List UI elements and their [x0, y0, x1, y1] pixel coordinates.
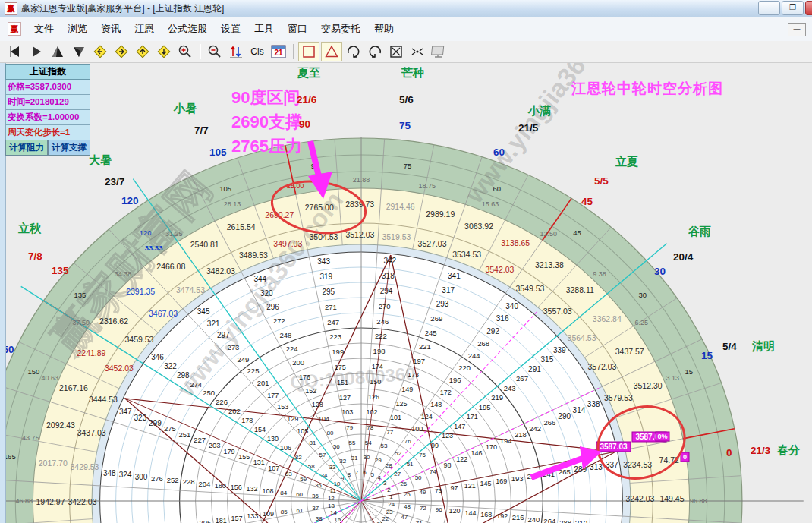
- calendar-21-icon[interactable]: 21: [269, 43, 288, 61]
- calc-support-button[interactable]: 计算支撑: [48, 140, 90, 156]
- wheel-number: 271: [325, 303, 337, 311]
- toolbar-separator: [200, 44, 200, 59]
- zoom-in-icon[interactable]: [175, 43, 195, 61]
- wheel-number: 76: [404, 438, 411, 445]
- annotation-line: 90度区间: [231, 88, 300, 107]
- wheel-number: 22: [382, 515, 389, 522]
- wheel-number: 3: [383, 480, 387, 487]
- close-button[interactable]: [805, 1, 812, 15]
- wheel-number: 56: [333, 443, 340, 450]
- menu-item-7[interactable]: 窗口: [281, 19, 314, 39]
- wheel-number: 293: [436, 300, 449, 308]
- wheel-number: 201: [257, 379, 269, 387]
- wheel-number: 218: [515, 430, 527, 439]
- wheel-number: 272: [273, 317, 285, 325]
- menu-item-1[interactable]: 浏览: [61, 19, 94, 39]
- cls-icon[interactable]: Cls: [247, 43, 267, 61]
- wheel-number: 23: [386, 509, 393, 515]
- wheel-number: 50: [415, 474, 422, 481]
- wheel-number: 169: [496, 477, 507, 485]
- center-crosshair-icon[interactable]: [408, 43, 427, 61]
- pan-right-icon[interactable]: [112, 43, 131, 61]
- menu-item-4[interactable]: 公式选股: [161, 19, 214, 39]
- menu-item-8[interactable]: 交易委托: [314, 19, 367, 39]
- wheel-number: 222: [375, 332, 387, 340]
- wheel-number: 123: [442, 432, 453, 440]
- wheel-number: 298: [177, 371, 190, 380]
- menu-item-0[interactable]: 文件: [27, 19, 61, 39]
- pan-up-icon[interactable]: [133, 43, 153, 61]
- wheel-number: 317: [442, 286, 455, 295]
- time-updown-icon[interactable]: [226, 43, 246, 61]
- menu-item-9[interactable]: 帮助: [367, 19, 401, 39]
- rim-degree-label: 135: [52, 265, 69, 276]
- wheel-number: 60: [296, 491, 303, 498]
- wheel-number: 96: [436, 506, 442, 513]
- highlight-price-box: 0%: [656, 432, 669, 441]
- child-minimize-button[interactable]: —: [788, 23, 806, 36]
- wheel-number: 338: [587, 400, 600, 408]
- application-window: { "window": { "title": "赢家江恩专业版[赢家服务平台] …: [0, 0, 812, 523]
- date-label: 21/6: [297, 94, 317, 106]
- peak-down-icon[interactable]: [69, 43, 89, 61]
- triangle-tool-icon[interactable]: [321, 42, 342, 61]
- minimize-button[interactable]: —: [758, 1, 780, 15]
- wheel-number: 102: [367, 408, 378, 416]
- gann-wheel-chart[interactable]: www.yingjia360.comwww.yingjia360.com赢家财富…: [0, 0, 812, 523]
- maximize-button[interactable]: ❐: [782, 1, 804, 15]
- screen-icon[interactable]: [429, 43, 448, 61]
- date-label: 7/7: [194, 124, 209, 136]
- calc-resist-button[interactable]: 计算阻力: [5, 140, 48, 156]
- pan-down-icon[interactable]: [154, 43, 174, 61]
- price-label: 2765.00: [305, 203, 334, 212]
- peak-up-icon[interactable]: [48, 43, 68, 61]
- menu-item-6[interactable]: 工具: [247, 19, 281, 39]
- wheel-number: 83: [285, 471, 292, 477]
- pan-left-icon[interactable]: [90, 43, 110, 61]
- degree-label: 15: [685, 367, 693, 376]
- wheel-number: 177: [267, 392, 279, 399]
- price-label: 3437.57: [615, 347, 644, 356]
- wheel-number: 321: [207, 320, 220, 328]
- app-logo-icon: 赢: [5, 2, 17, 15]
- menu-item-5[interactable]: 设置: [214, 19, 247, 39]
- wheel-number: 84: [280, 490, 287, 496]
- wheel-number: 145: [480, 480, 492, 487]
- wheel-number: 224: [286, 345, 298, 353]
- wheel-number: 121: [464, 482, 476, 490]
- prev-arrow-icon[interactable]: [5, 43, 25, 61]
- price-label: 3549.53: [515, 284, 544, 293]
- degree-label: 75: [404, 162, 412, 170]
- wheel-number: 297: [217, 331, 230, 339]
- info-row-1: 时间=20180129: [5, 95, 90, 110]
- price-label: 3422.03: [68, 497, 97, 506]
- degree-label: 135: [74, 291, 86, 299]
- degree-label: 30: [638, 291, 647, 299]
- wheel-number: 175: [335, 364, 346, 371]
- square-tool-icon[interactable]: [298, 42, 319, 61]
- wheel-number: 275: [164, 424, 176, 433]
- percent-label: 40.63: [41, 374, 58, 382]
- wheel-number: 53: [381, 443, 388, 449]
- next-arrow-icon[interactable]: [27, 43, 46, 61]
- zoom-out-icon[interactable]: [205, 43, 225, 61]
- box-x-icon[interactable]: [386, 43, 406, 61]
- wheel-number: 75: [419, 452, 426, 458]
- wheel-number: 11: [330, 487, 337, 494]
- percent-label: 37.50: [72, 319, 90, 326]
- toolbar: Cls21: [0, 41, 812, 63]
- wheel-number: 248: [279, 331, 291, 339]
- wheel-number: 171: [467, 413, 478, 421]
- price-label: 3474.53: [176, 285, 205, 295]
- rotate-ccw-icon[interactable]: [365, 43, 385, 61]
- annotation-line: 2690支撑: [231, 112, 302, 131]
- wheel-number: 61: [297, 507, 304, 514]
- wheel-number: 179: [224, 448, 235, 455]
- gann-wheel-svg: www.yingjia360.comwww.yingjia360.com赢家财富…: [0, 0, 812, 523]
- wheel-number: 29: [375, 457, 382, 464]
- menu-item-3[interactable]: 江恩: [127, 19, 161, 39]
- rotate-cw-icon[interactable]: [344, 43, 364, 61]
- menu-item-2[interactable]: 资讯: [94, 19, 127, 39]
- price-label: 3362.84: [593, 314, 622, 323]
- wheel-number: 12: [328, 495, 335, 502]
